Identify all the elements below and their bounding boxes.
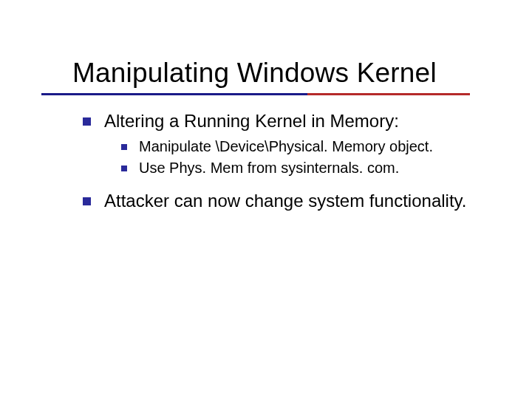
square-bullet-icon (121, 144, 127, 150)
bullet-level2: Manipulate \Device\Physical. Memory obje… (121, 137, 488, 157)
title-underline (41, 93, 470, 95)
bullet-text: Manipulate \Device\Physical. Memory obje… (139, 137, 488, 157)
slide-title: Manipulating Windows Kernel (72, 58, 488, 89)
bullet-level1: Attacker can now change system functiona… (83, 190, 488, 212)
bullet-level1: Altering a Running Kernel in Memory: (83, 110, 488, 132)
bullet-text: Altering a Running Kernel in Memory: (104, 110, 488, 132)
bullet-level2: Use Phys. Mem from sysinternals. com. (121, 158, 488, 178)
square-bullet-icon (121, 166, 127, 171)
square-bullet-icon (83, 197, 91, 205)
bullet-text: Attacker can now change system functiona… (104, 190, 488, 212)
slide-body: Altering a Running Kernel in Memory: Man… (72, 110, 488, 212)
slide: Manipulating Windows Kernel Altering a R… (0, 0, 532, 399)
sub-bullet-group: Manipulate \Device\Physical. Memory obje… (121, 137, 488, 178)
bullet-text: Use Phys. Mem from sysinternals. com. (139, 158, 488, 178)
square-bullet-icon (83, 117, 91, 126)
